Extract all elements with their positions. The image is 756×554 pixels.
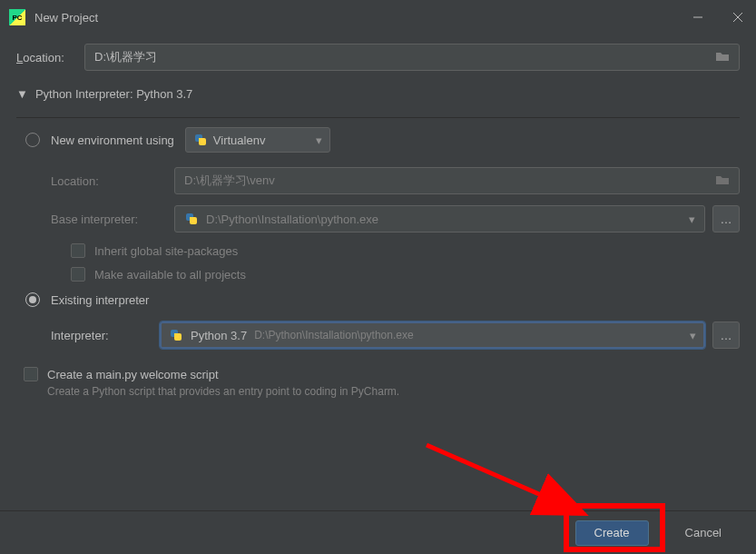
window-controls	[689, 8, 747, 26]
interpreter-label: Interpreter:	[51, 329, 160, 342]
base-interpreter-value: D:\Python\Installation\python.exe	[206, 213, 378, 226]
new-env-radio[interactable]	[25, 133, 40, 147]
svg-line-4	[427, 445, 576, 510]
welcome-script-checkbox[interactable]	[24, 367, 38, 381]
base-interpreter-browse-button[interactable]: …	[712, 205, 740, 232]
close-button[interactable]	[729, 8, 747, 26]
interpreter-primary: Python 3.7	[191, 329, 247, 342]
location-value: D:\机器学习	[94, 49, 157, 65]
python-icon	[184, 212, 199, 226]
existing-interpreter-row: Interpreter: Python 3.7 D:\Python\Instal…	[16, 322, 740, 349]
new-env-dropdown-value: Virtualenv	[213, 134, 266, 147]
interpreter-browse-button[interactable]: …	[712, 322, 740, 349]
new-env-radio-label: New environment using	[51, 134, 174, 147]
welcome-script-row: Create a main.py welcome script	[16, 367, 740, 381]
interpreter-dropdown[interactable]: Python 3.7 D:\Python\Installation\python…	[160, 322, 705, 349]
create-button[interactable]: Create	[575, 520, 649, 546]
new-env-radio-row: New environment using Virtualenv ▾	[16, 127, 740, 153]
window-title: New Project	[34, 11, 689, 25]
existing-radio[interactable]	[25, 292, 40, 307]
new-env-location-label: Location:	[51, 174, 174, 188]
inherit-checkbox	[71, 243, 85, 258]
interpreter-path: D:\Python\Installation\python.exe	[254, 329, 413, 341]
interpreter-section-label: Python Interpreter: Python 3.7	[35, 87, 192, 101]
location-input[interactable]: D:\机器学习	[84, 44, 740, 71]
app-icon: PC	[9, 9, 25, 25]
chevron-down-icon: ▾	[689, 213, 695, 226]
separator	[16, 117, 740, 118]
new-env-location-input: D:\机器学习\venv	[174, 167, 740, 194]
inherit-checkbox-label: Inherit global site-packages	[94, 244, 238, 258]
make-available-checkbox	[71, 267, 85, 282]
new-env-dropdown[interactable]: Virtualenv ▾	[185, 127, 330, 153]
folder-icon[interactable]	[715, 50, 730, 65]
make-available-checkbox-label: Make available to all projects	[94, 268, 246, 282]
chevron-down-icon: ▾	[690, 329, 696, 342]
welcome-script-description: Create a Python script that provides an …	[16, 385, 740, 398]
expand-arrow-icon: ▼	[16, 87, 28, 101]
python-icon	[193, 133, 208, 147]
welcome-script-label: Create a main.py welcome script	[47, 368, 219, 381]
dialog-content: Location: D:\机器学习 ▼ Python Interpreter: …	[0, 35, 756, 407]
new-env-location-value: D:\机器学习\venv	[184, 173, 275, 189]
folder-icon	[715, 173, 730, 189]
new-env-nested: Location: D:\机器学习\venv Base interpreter:…	[16, 167, 740, 282]
interpreter-section-header[interactable]: ▼ Python Interpreter: Python 3.7	[16, 87, 740, 101]
existing-radio-row: Existing interpreter	[16, 292, 740, 307]
existing-radio-label: Existing interpreter	[51, 293, 149, 307]
location-label: Location:	[16, 51, 84, 64]
chevron-down-icon: ▾	[316, 134, 322, 147]
base-interpreter-input: D:\Python\Installation\python.exe ▾	[174, 205, 705, 232]
titlebar: PC New Project	[0, 0, 756, 35]
python-icon	[169, 328, 183, 342]
minimize-button[interactable]	[689, 8, 707, 26]
base-interpreter-label: Base interpreter:	[51, 213, 174, 226]
location-row: Location: D:\机器学习	[16, 44, 740, 71]
cancel-button[interactable]: Cancel	[667, 520, 740, 546]
dialog-footer: Create Cancel	[0, 510, 756, 554]
